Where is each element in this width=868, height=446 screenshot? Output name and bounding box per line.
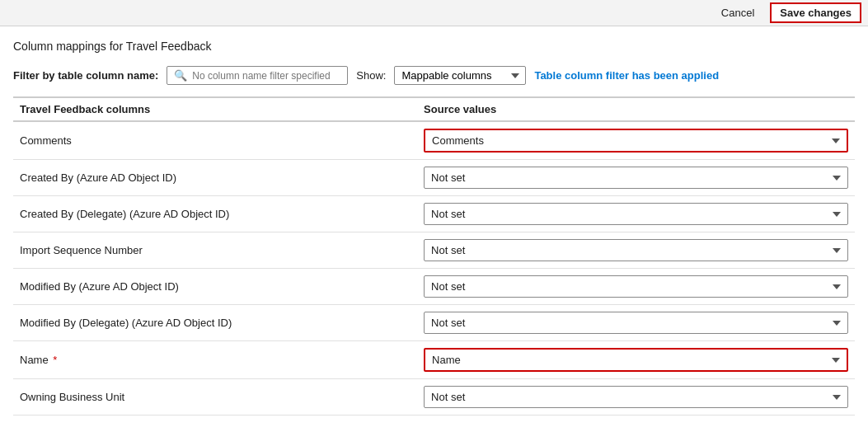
search-icon: 🔍 [174,69,187,82]
mapping-table: Travel Feedback columns Source values Co… [13,96,855,415]
table-header-row: Travel Feedback columns Source values [13,97,855,121]
col1-header: Travel Feedback columns [13,97,417,121]
source-select-wrapper: Comments [424,129,848,153]
column-name-label: Import Sequence Number [20,244,143,256]
show-label: Show: [356,69,386,82]
page-title: Column mappings for Travel Feedback [13,40,855,53]
source-value-select[interactable]: Not set [424,203,848,225]
save-button[interactable]: Save changes [770,2,861,23]
source-select-wrapper: Not set [424,275,848,298]
cancel-button[interactable]: Cancel [712,3,763,22]
table-row: Name *Name [13,341,855,379]
source-select-wrapper: Not set [424,386,848,408]
filter-label: Filter by table column name: [13,69,158,82]
show-select[interactable]: Mappable columnsAll columnsMapped column… [394,66,526,85]
table-row: CommentsComments [13,121,855,160]
source-select-wrapper: Not set [424,312,848,334]
column-name-label: Created By (Azure AD Object ID) [20,171,176,184]
source-value-select[interactable]: Not set [424,275,848,298]
table-row: Import Sequence NumberNot set [13,232,855,269]
source-value-select[interactable]: Not set [424,167,848,189]
source-select-wrapper: Not set [424,167,848,189]
source-select-wrapper: Name [424,348,848,372]
page-content: Column mappings for Travel Feedback Filt… [0,26,868,415]
column-name-label: Created By (Delegate) (Azure AD Object I… [20,208,229,220]
source-value-select[interactable]: Not set [424,312,848,334]
column-name-label: Comments [20,134,72,147]
source-select-wrapper: Not set [424,239,848,261]
column-name-label: Modified By (Delegate) (Azure AD Object … [20,317,232,329]
filter-input-wrapper: 🔍 [167,66,348,85]
column-filter-input[interactable] [192,70,340,82]
table-row: Owning Business UnitNot set [13,379,855,415]
source-value-select[interactable]: Comments [424,129,848,153]
table-row: Modified By (Delegate) (Azure AD Object … [13,305,855,341]
col2-header: Source values [417,97,855,121]
column-name-label: Owning Business Unit [20,391,124,403]
required-star: * [50,354,58,366]
table-row: Created By (Delegate) (Azure AD Object I… [13,196,855,232]
table-row: Modified By (Azure AD Object ID)Not set [13,269,855,305]
source-value-select[interactable]: Name [424,348,848,372]
table-row: Created By (Azure AD Object ID)Not set [13,160,855,196]
source-value-select[interactable]: Not set [424,239,848,261]
source-value-select[interactable]: Not set [424,386,848,408]
source-select-wrapper: Not set [424,203,848,225]
column-name-label: Name [20,354,49,366]
top-toolbar: Cancel Save changes [0,0,868,26]
filter-row: Filter by table column name: 🔍 Show: Map… [13,66,855,85]
column-name-label: Modified By (Azure AD Object ID) [20,280,179,293]
filter-applied-text: Table column filter has been applied [534,69,719,82]
